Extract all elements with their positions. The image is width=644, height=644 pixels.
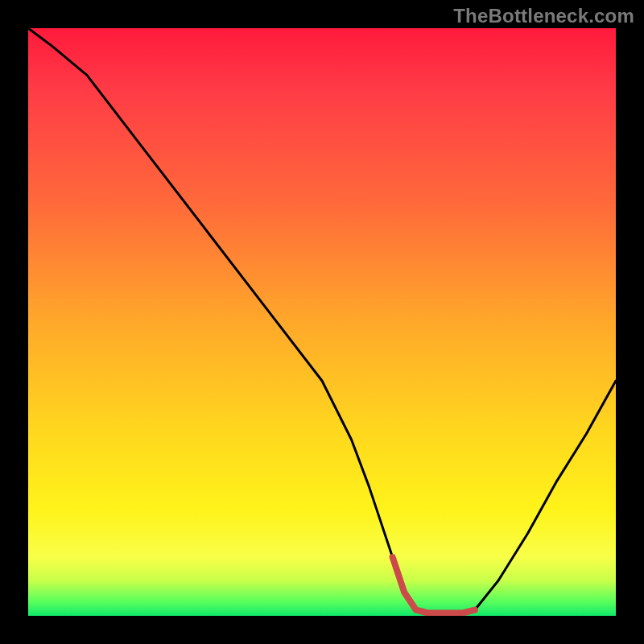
chart-frame: TheBottleneck.com xyxy=(0,0,644,644)
curve-layer xyxy=(28,28,616,616)
bottleneck-curve xyxy=(28,28,616,613)
optimal-zone-segment xyxy=(393,557,475,613)
watermark-text: TheBottleneck.com xyxy=(453,5,634,27)
plot-area xyxy=(28,28,616,616)
